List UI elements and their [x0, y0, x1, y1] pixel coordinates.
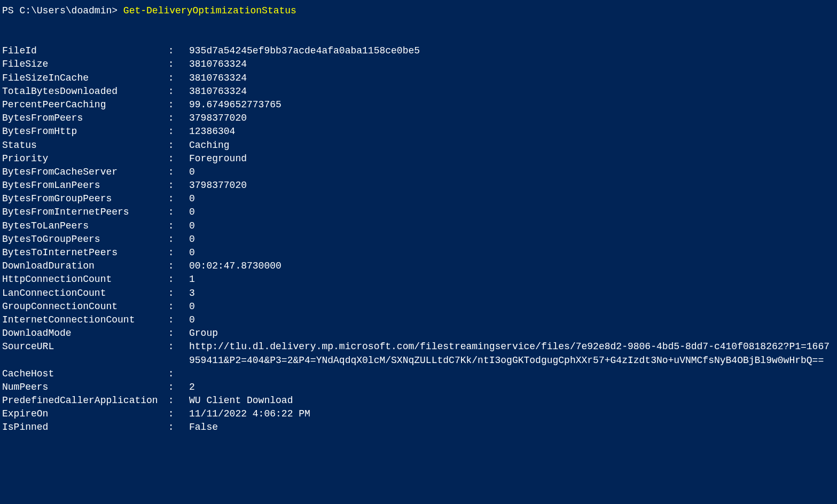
- output-row: LanConnectionCount : 3: [2, 287, 835, 300]
- output-row: IsPinned : False: [2, 421, 835, 434]
- output-separator: :: [162, 300, 189, 313]
- output-row: BytesFromInternetPeers : 0: [2, 206, 835, 219]
- output-row: BytesFromCacheServer : 0: [2, 166, 835, 179]
- output-key: BytesToLanPeers: [2, 219, 162, 233]
- output-value: 0: [189, 313, 835, 327]
- output-separator: :: [162, 72, 189, 85]
- output-key: DownloadMode: [2, 327, 162, 340]
- output-key: IsPinned: [2, 421, 162, 434]
- output-separator: :: [162, 112, 189, 125]
- output-key: ExpireOn: [2, 407, 162, 421]
- output-separator: :: [162, 98, 189, 112]
- output-key: GroupConnectionCount: [2, 300, 162, 313]
- output-key: BytesToInternetPeers: [2, 246, 162, 259]
- output-row: FileSizeInCache : 3810763324: [2, 72, 835, 85]
- output-value: 0: [189, 192, 835, 206]
- output-key: CacheHost: [2, 367, 162, 381]
- output-separator: :: [162, 233, 189, 246]
- output-separator: :: [162, 407, 189, 421]
- output-key: BytesFromLanPeers: [2, 179, 162, 192]
- output-key: FileId: [2, 44, 162, 58]
- output-value: Group: [189, 327, 835, 340]
- output-value: 0: [189, 206, 835, 219]
- output-row: FileId : 935d7a54245ef9bb37acde4afa0aba1…: [2, 44, 835, 58]
- output-value: 0: [189, 233, 835, 246]
- output-value: 3: [189, 287, 835, 300]
- output-separator: :: [162, 206, 189, 219]
- output-separator: :: [162, 421, 189, 434]
- output-separator: :: [162, 381, 189, 394]
- output-separator: :: [162, 313, 189, 327]
- output-value: 3798377020: [189, 112, 835, 125]
- output-key: PercentPeerCaching: [2, 98, 162, 112]
- output-row: DownloadDuration : 00:02:47.8730000: [2, 259, 835, 273]
- output-separator: :: [162, 367, 189, 381]
- output-separator: :: [162, 44, 189, 58]
- output-value: False: [189, 421, 835, 434]
- output-key: BytesFromInternetPeers: [2, 206, 162, 219]
- output-separator: :: [162, 259, 189, 273]
- output-key: LanConnectionCount: [2, 287, 162, 300]
- output-key: FileSizeInCache: [2, 72, 162, 85]
- output-key: DownloadDuration: [2, 259, 162, 273]
- output-separator: :: [162, 152, 189, 166]
- prompt-command: Get-DeliveryOptimizationStatus: [123, 5, 296, 16]
- prompt-prefix: PS C:\Users\doadmin>: [2, 5, 123, 16]
- output-key: NumPeers: [2, 381, 162, 394]
- output-row: Priority : Foreground: [2, 152, 835, 166]
- output-key: TotalBytesDownloaded: [2, 85, 162, 98]
- output-key: BytesFromHttp: [2, 125, 162, 138]
- output-separator: :: [162, 179, 189, 192]
- output-value: 0: [189, 219, 835, 233]
- output-row: FileSize : 3810763324: [2, 58, 835, 71]
- output-value: 11/11/2022 4:06:22 PM: [189, 407, 835, 421]
- output-key: HttpConnectionCount: [2, 273, 162, 286]
- output-separator: :: [162, 166, 189, 179]
- output-value: 0: [189, 300, 835, 313]
- output-row: BytesToLanPeers : 0: [2, 219, 835, 233]
- output-value: WU Client Download: [189, 394, 835, 407]
- terminal-prompt-line[interactable]: PS C:\Users\doadmin> Get-DeliveryOptimiz…: [2, 4, 835, 18]
- output-separator: :: [162, 58, 189, 71]
- output-separator: :: [162, 287, 189, 300]
- output-value: 3798377020: [189, 179, 835, 192]
- output-row: BytesToGroupPeers : 0: [2, 233, 835, 246]
- output-key: BytesFromGroupPeers: [2, 192, 162, 206]
- output-value: http://tlu.dl.delivery.mp.microsoft.com/…: [189, 340, 835, 367]
- output-row: BytesFromPeers : 3798377020: [2, 112, 835, 125]
- output-row: Status : Caching: [2, 139, 835, 152]
- output-row: ExpireOn : 11/11/2022 4:06:22 PM: [2, 407, 835, 421]
- output-key: Priority: [2, 152, 162, 166]
- output-row: GroupConnectionCount : 0: [2, 300, 835, 313]
- output-separator: :: [162, 273, 189, 286]
- output-value: 99.6749652773765: [189, 98, 835, 112]
- output-key: BytesFromPeers: [2, 112, 162, 125]
- output-separator: :: [162, 139, 189, 152]
- output-value: 0: [189, 246, 835, 259]
- output-row: InternetConnectionCount : 0: [2, 313, 835, 327]
- output-key: FileSize: [2, 58, 162, 71]
- output-row: CacheHost :: [2, 367, 835, 381]
- output-row: PredefinedCallerApplication : WU Client …: [2, 394, 835, 407]
- output-value: 3810763324: [189, 85, 835, 98]
- terminal-output: FileId : 935d7a54245ef9bb37acde4afa0aba1…: [2, 44, 835, 434]
- output-row: BytesFromLanPeers : 3798377020: [2, 179, 835, 192]
- output-separator: :: [162, 327, 189, 340]
- output-separator: :: [162, 246, 189, 259]
- output-separator: :: [162, 340, 189, 367]
- output-row: SourceURL : http://tlu.dl.delivery.mp.mi…: [2, 340, 835, 367]
- output-separator: :: [162, 85, 189, 98]
- output-key: BytesToGroupPeers: [2, 233, 162, 246]
- output-key: InternetConnectionCount: [2, 313, 162, 327]
- output-key: SourceURL: [2, 340, 162, 367]
- output-row: HttpConnectionCount : 1: [2, 273, 835, 286]
- output-row: NumPeers : 2: [2, 381, 835, 394]
- output-row: BytesFromHttp : 12386304: [2, 125, 835, 138]
- output-value: 0: [189, 166, 835, 179]
- output-value: 2: [189, 381, 835, 394]
- output-value: 00:02:47.8730000: [189, 259, 835, 273]
- output-row: DownloadMode : Group: [2, 327, 835, 340]
- output-value: Foreground: [189, 152, 835, 166]
- output-key: BytesFromCacheServer: [2, 166, 162, 179]
- output-value: 3810763324: [189, 58, 835, 71]
